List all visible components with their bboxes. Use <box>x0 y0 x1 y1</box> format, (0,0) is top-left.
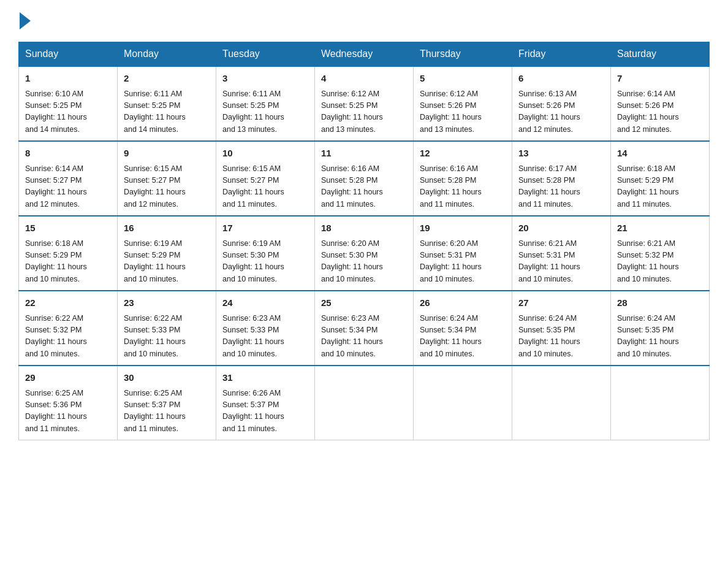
day-info: Sunrise: 6:23 AMSunset: 5:34 PMDaylight:… <box>321 313 407 361</box>
day-info: Sunrise: 6:20 AMSunset: 5:30 PMDaylight:… <box>321 238 407 286</box>
day-number: 8 <box>25 147 111 161</box>
day-info: Sunrise: 6:24 AMSunset: 5:35 PMDaylight:… <box>518 313 604 361</box>
calendar-cell: 7 Sunrise: 6:14 AMSunset: 5:26 PMDayligh… <box>611 66 710 141</box>
calendar-cell: 25 Sunrise: 6:23 AMSunset: 5:34 PMDaylig… <box>315 291 414 366</box>
calendar-cell <box>414 366 512 440</box>
day-number: 7 <box>617 72 703 86</box>
day-info: Sunrise: 6:17 AMSunset: 5:28 PMDaylight:… <box>518 163 604 211</box>
day-info: Sunrise: 6:24 AMSunset: 5:34 PMDaylight:… <box>420 313 506 361</box>
calendar-cell: 16 Sunrise: 6:19 AMSunset: 5:29 PMDaylig… <box>118 216 216 291</box>
day-info: Sunrise: 6:26 AMSunset: 5:37 PMDaylight:… <box>222 388 308 435</box>
day-number: 11 <box>321 147 407 161</box>
calendar-table: SundayMondayTuesdayWednesdayThursdayFrid… <box>18 42 710 440</box>
day-info: Sunrise: 6:12 AMSunset: 5:26 PMDaylight:… <box>420 88 506 136</box>
calendar-cell: 11 Sunrise: 6:16 AMSunset: 5:28 PMDaylig… <box>315 141 414 216</box>
calendar-week-row: 29 Sunrise: 6:25 AMSunset: 5:36 PMDaylig… <box>19 366 710 440</box>
day-number: 12 <box>420 147 506 161</box>
day-number: 5 <box>420 72 506 86</box>
day-header-wednesday: Wednesday <box>315 42 414 67</box>
calendar-cell: 30 Sunrise: 6:25 AMSunset: 5:37 PMDaylig… <box>118 366 216 440</box>
day-info: Sunrise: 6:15 AMSunset: 5:27 PMDaylight:… <box>124 163 210 211</box>
day-info: Sunrise: 6:19 AMSunset: 5:29 PMDaylight:… <box>124 238 210 286</box>
calendar-cell: 14 Sunrise: 6:18 AMSunset: 5:29 PMDaylig… <box>611 141 710 216</box>
calendar-cell: 29 Sunrise: 6:25 AMSunset: 5:36 PMDaylig… <box>19 366 118 440</box>
day-info: Sunrise: 6:18 AMSunset: 5:29 PMDaylight:… <box>617 163 703 211</box>
day-info: Sunrise: 6:20 AMSunset: 5:31 PMDaylight:… <box>420 238 506 286</box>
day-info: Sunrise: 6:10 AMSunset: 5:25 PMDaylight:… <box>25 88 111 136</box>
day-number: 2 <box>124 72 210 86</box>
calendar-cell: 20 Sunrise: 6:21 AMSunset: 5:31 PMDaylig… <box>512 216 611 291</box>
day-number: 30 <box>124 371 210 385</box>
day-number: 18 <box>321 221 407 236</box>
calendar-cell: 18 Sunrise: 6:20 AMSunset: 5:30 PMDaylig… <box>315 216 414 291</box>
day-info: Sunrise: 6:18 AMSunset: 5:29 PMDaylight:… <box>25 238 111 286</box>
day-info: Sunrise: 6:24 AMSunset: 5:35 PMDaylight:… <box>617 313 703 361</box>
day-number: 16 <box>124 221 210 236</box>
day-info: Sunrise: 6:16 AMSunset: 5:28 PMDaylight:… <box>420 163 506 211</box>
day-info: Sunrise: 6:19 AMSunset: 5:30 PMDaylight:… <box>222 238 308 286</box>
calendar-cell: 9 Sunrise: 6:15 AMSunset: 5:27 PMDayligh… <box>118 141 216 216</box>
calendar-cell: 3 Sunrise: 6:11 AMSunset: 5:25 PMDayligh… <box>216 66 315 141</box>
day-info: Sunrise: 6:11 AMSunset: 5:25 PMDaylight:… <box>124 88 210 136</box>
calendar-cell: 24 Sunrise: 6:23 AMSunset: 5:33 PMDaylig… <box>216 291 315 366</box>
calendar-cell <box>611 366 710 440</box>
calendar-cell: 6 Sunrise: 6:13 AMSunset: 5:26 PMDayligh… <box>512 66 611 141</box>
calendar-cell: 2 Sunrise: 6:11 AMSunset: 5:25 PMDayligh… <box>118 66 216 141</box>
calendar-cell: 13 Sunrise: 6:17 AMSunset: 5:28 PMDaylig… <box>512 141 611 216</box>
day-number: 23 <box>124 296 210 310</box>
day-info: Sunrise: 6:16 AMSunset: 5:28 PMDaylight:… <box>321 163 407 211</box>
day-number: 10 <box>222 147 308 161</box>
day-number: 1 <box>25 72 111 86</box>
calendar-cell: 19 Sunrise: 6:20 AMSunset: 5:31 PMDaylig… <box>414 216 512 291</box>
day-number: 15 <box>25 221 111 236</box>
day-header-friday: Friday <box>512 42 611 67</box>
calendar-cell: 27 Sunrise: 6:24 AMSunset: 5:35 PMDaylig… <box>512 291 611 366</box>
day-info: Sunrise: 6:22 AMSunset: 5:32 PMDaylight:… <box>25 313 111 361</box>
calendar-header-row: SundayMondayTuesdayWednesdayThursdayFrid… <box>19 42 710 67</box>
calendar-cell: 17 Sunrise: 6:19 AMSunset: 5:30 PMDaylig… <box>216 216 315 291</box>
day-info: Sunrise: 6:15 AMSunset: 5:27 PMDaylight:… <box>222 163 308 211</box>
day-info: Sunrise: 6:12 AMSunset: 5:25 PMDaylight:… <box>321 88 407 136</box>
day-number: 24 <box>222 296 308 310</box>
calendar-week-row: 15 Sunrise: 6:18 AMSunset: 5:29 PMDaylig… <box>19 216 710 291</box>
logo <box>18 12 31 29</box>
calendar-cell: 1 Sunrise: 6:10 AMSunset: 5:25 PMDayligh… <box>19 66 118 141</box>
day-number: 17 <box>222 221 308 236</box>
day-info: Sunrise: 6:13 AMSunset: 5:26 PMDaylight:… <box>518 88 604 136</box>
day-header-tuesday: Tuesday <box>216 42 315 67</box>
calendar-cell: 10 Sunrise: 6:15 AMSunset: 5:27 PMDaylig… <box>216 141 315 216</box>
day-info: Sunrise: 6:21 AMSunset: 5:31 PMDaylight:… <box>518 238 604 286</box>
day-info: Sunrise: 6:14 AMSunset: 5:26 PMDaylight:… <box>617 88 703 136</box>
day-number: 28 <box>617 296 703 310</box>
day-number: 20 <box>518 221 604 236</box>
calendar-cell: 31 Sunrise: 6:26 AMSunset: 5:37 PMDaylig… <box>216 366 315 440</box>
day-header-thursday: Thursday <box>414 42 512 67</box>
calendar-cell: 15 Sunrise: 6:18 AMSunset: 5:29 PMDaylig… <box>19 216 118 291</box>
day-number: 4 <box>321 72 407 86</box>
day-number: 31 <box>222 371 308 385</box>
calendar-cell: 28 Sunrise: 6:24 AMSunset: 5:35 PMDaylig… <box>611 291 710 366</box>
day-info: Sunrise: 6:25 AMSunset: 5:36 PMDaylight:… <box>25 388 111 435</box>
day-number: 29 <box>25 371 111 385</box>
calendar-week-row: 8 Sunrise: 6:14 AMSunset: 5:27 PMDayligh… <box>19 141 710 216</box>
calendar-cell: 5 Sunrise: 6:12 AMSunset: 5:26 PMDayligh… <box>414 66 512 141</box>
calendar-cell <box>512 366 611 440</box>
page-header <box>18 12 710 29</box>
day-info: Sunrise: 6:21 AMSunset: 5:32 PMDaylight:… <box>617 238 703 286</box>
day-number: 9 <box>124 147 210 161</box>
logo-arrow-icon <box>20 12 31 29</box>
calendar-week-row: 1 Sunrise: 6:10 AMSunset: 5:25 PMDayligh… <box>19 66 710 141</box>
calendar-cell: 4 Sunrise: 6:12 AMSunset: 5:25 PMDayligh… <box>315 66 414 141</box>
day-number: 27 <box>518 296 604 310</box>
calendar-cell: 22 Sunrise: 6:22 AMSunset: 5:32 PMDaylig… <box>19 291 118 366</box>
day-info: Sunrise: 6:14 AMSunset: 5:27 PMDaylight:… <box>25 163 111 211</box>
calendar-cell <box>315 366 414 440</box>
day-number: 25 <box>321 296 407 310</box>
calendar-cell: 8 Sunrise: 6:14 AMSunset: 5:27 PMDayligh… <box>19 141 118 216</box>
day-number: 19 <box>420 221 506 236</box>
day-number: 22 <box>25 296 111 310</box>
calendar-cell: 12 Sunrise: 6:16 AMSunset: 5:28 PMDaylig… <box>414 141 512 216</box>
day-number: 6 <box>518 72 604 86</box>
day-number: 13 <box>518 147 604 161</box>
day-number: 21 <box>617 221 703 236</box>
